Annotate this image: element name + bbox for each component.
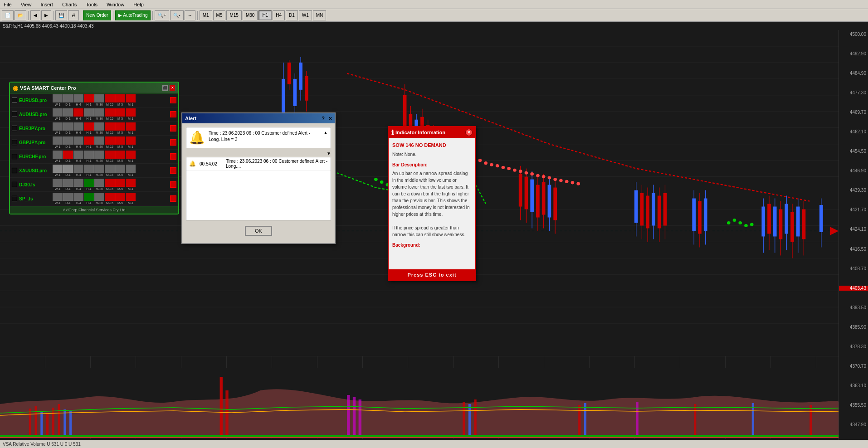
alert-ok-area: OK: [186, 224, 331, 239]
forward-btn[interactable]: ▶: [41, 10, 51, 20]
alert-message-area: 🔔 Time : 23.06.2023 06 : 00 Customer def…: [186, 127, 331, 148]
indicator-titlebar[interactable]: ℹ Indicator Information ✕: [389, 127, 475, 138]
m5-btn[interactable]: M5: [213, 10, 226, 20]
h1-btn[interactable]: H1: [258, 10, 272, 20]
separator-4: [113, 11, 113, 20]
eurjpy-checkbox[interactable]: [12, 126, 17, 131]
alert-titlebar[interactable]: Alert ? ✕: [182, 113, 335, 123]
svg-rect-163: [809, 405, 812, 438]
note-label: Note:: [392, 152, 403, 157]
menu-charts[interactable]: Charts: [60, 2, 78, 7]
menu-help[interactable]: Help: [132, 2, 146, 7]
vsa-row-xauusd: XAUUSD.pro W-1 D-1 H-4 H-1 M-30 M-15 M-5: [10, 164, 178, 178]
m30-btn[interactable]: M30: [243, 10, 258, 20]
sp-checkbox[interactable]: [12, 196, 17, 201]
alert-list[interactable]: 🔔 00:54:02 Time : 23.06.2023 06 : 00 Cus…: [186, 157, 331, 220]
vsa-close-btn[interactable]: ✕: [169, 85, 176, 91]
save-btn[interactable]: 💾: [55, 10, 67, 20]
svg-rect-152: [347, 395, 350, 438]
svg-rect-157: [474, 399, 477, 438]
eurusd-checkbox[interactable]: [12, 97, 17, 103]
svg-point-131: [536, 174, 540, 177]
menu-insert[interactable]: Insert: [39, 2, 55, 7]
menu-file[interactable]: File: [2, 2, 14, 7]
dj30-symbol: DJ30.fs: [19, 182, 51, 187]
separator-1: [28, 11, 29, 20]
menu-view[interactable]: View: [19, 2, 34, 7]
alert-help-btn[interactable]: ?: [322, 116, 325, 121]
eurjpy-symbol: EURJPY.pro: [19, 126, 51, 131]
scroll-btn[interactable]: ↔: [185, 10, 195, 20]
gbpjpy-checkbox[interactable]: [12, 140, 17, 145]
alert-item-bell-icon: 🔔: [189, 161, 196, 167]
svg-point-133: [548, 176, 551, 179]
price-4408: 4408.70: [839, 266, 868, 271]
indicator-icon: ℹ: [391, 129, 394, 136]
xauusd-checkbox[interactable]: [12, 168, 17, 173]
alert-list-item-0: 🔔 00:54:02 Time : 23.06.2023 06 : 00 Cus…: [186, 157, 331, 170]
alert-ok-button[interactable]: OK: [245, 226, 272, 236]
audusd-checkbox[interactable]: [12, 112, 17, 117]
vsa-row-eurusd: EURUSD.pro W-1 D-1 H-4 H-1 M-30 M-15 M-5: [10, 93, 178, 107]
volume-chart: [0, 368, 839, 438]
back-btn[interactable]: ◀: [30, 10, 40, 20]
svg-rect-62: [542, 182, 546, 215]
d1-btn[interactable]: D1: [286, 10, 298, 20]
svg-rect-155: [463, 402, 465, 438]
menu-window[interactable]: Window: [105, 2, 126, 7]
mn-btn[interactable]: MN: [313, 10, 327, 20]
vsa-controls: ⬛ ✕: [162, 85, 176, 91]
w1-btn[interactable]: W1: [299, 10, 312, 20]
gbpjpy-alert-square: [170, 139, 176, 146]
alert-scroll-down[interactable]: ▼: [327, 151, 331, 156]
zoom-out-btn[interactable]: 🔍-: [170, 10, 183, 20]
alert-close-btn[interactable]: ✕: [328, 116, 332, 121]
indicator-close-btn[interactable]: ✕: [465, 129, 473, 136]
svg-rect-22: [288, 63, 291, 84]
open-btn[interactable]: 📂: [15, 10, 26, 20]
dj30-checkbox[interactable]: [12, 182, 17, 187]
svg-point-124: [496, 164, 499, 167]
price-4370: 4370.70: [839, 364, 868, 369]
vsa-titlebar[interactable]: ◉ VSA SMART Center Pro ⬛ ✕: [10, 83, 178, 93]
status-text: VSA Relative Volume U 531 U 0 U 531: [3, 442, 81, 447]
indicator-esc-button[interactable]: Press ESC to exit: [389, 269, 475, 280]
new-file-btn[interactable]: 📄: [2, 10, 14, 20]
svg-rect-86: [761, 207, 765, 237]
price-4484: 4484.90: [839, 71, 868, 76]
svg-point-104: [380, 180, 384, 184]
svg-rect-145: [46, 413, 49, 438]
price-4385: 4385.90: [839, 325, 868, 330]
eurchf-checkbox[interactable]: [12, 154, 17, 159]
m15-btn[interactable]: M15: [226, 10, 241, 20]
dj30-alert-square: [170, 181, 176, 188]
vsa-restore-btn[interactable]: ⬛: [162, 85, 168, 91]
svg-rect-72: [646, 196, 649, 229]
alert-body: 🔔 Time : 23.06.2023 06 : 00 Customer def…: [182, 123, 335, 243]
svg-point-125: [502, 166, 505, 169]
vsa-panel: ◉ VSA SMART Center Pro ⬛ ✕ EURUSD.pro W-…: [9, 82, 179, 214]
vsa-row-dj30: DJ30.fs W-1 D-1 H-4 H-1 M-30 M-15 M-5: [10, 178, 178, 192]
svg-rect-151: [225, 390, 228, 438]
svg-rect-56: [525, 177, 528, 209]
h4-btn[interactable]: H4: [273, 10, 285, 20]
autotrading-btn[interactable]: ▶ AutoTrading: [115, 10, 151, 20]
alert-title: Alert: [185, 116, 196, 121]
svg-rect-78: [663, 193, 667, 226]
separator-3: [81, 11, 81, 20]
m1-btn[interactable]: M1: [200, 10, 212, 20]
alert-dialog: Alert ? ✕ 🔔 Time : 23.06.2023 06 : 00 Cu…: [181, 112, 336, 244]
svg-rect-68: [634, 190, 638, 223]
eurusd-tf-labels: W-1 D-1 H-4 H-1 M-30 M-15 M-5 M-1: [53, 103, 168, 106]
svg-rect-64: [548, 185, 551, 218]
menu-tools[interactable]: Tools: [84, 2, 99, 7]
new-order-btn[interactable]: New Order: [83, 10, 111, 20]
sp-symbol: SP_.fs: [19, 196, 51, 201]
print-btn[interactable]: 🖨: [68, 10, 79, 20]
price-4424: 4424.10: [839, 227, 868, 232]
alert-scroll-up[interactable]: ▲: [323, 130, 328, 145]
indicator-dialog: ℹ Indicator Information ✕ SOW 146 NO DEM…: [388, 126, 476, 281]
zoom-in-btn[interactable]: 🔍+: [155, 10, 169, 20]
svg-point-122: [484, 161, 488, 165]
svg-point-137: [571, 181, 575, 184]
